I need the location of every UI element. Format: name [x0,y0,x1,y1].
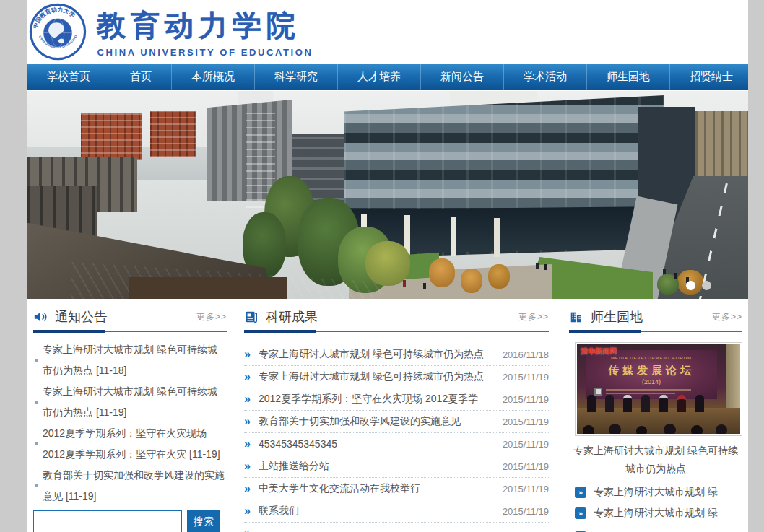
research-item-date: 2015/11/19 [503,394,549,405]
nav-item-home[interactable]: 首页 [110,64,171,90]
nav-item-research[interactable]: 科学研究 [254,64,337,90]
section-underline [33,330,227,333]
double-chevron-icon: » [244,393,259,406]
panelist-silhouette [623,395,632,412]
panelist-silhouette [677,395,686,412]
research-title: 科研成果 [266,308,318,326]
research-item[interactable]: »教育部关于切实加强和改学风建设的实施意见2015/11/19 [244,411,549,433]
nav-item-overview[interactable]: 本所概况 [171,64,254,90]
research-item-clipped[interactable]: » [244,523,549,532]
search-input[interactable] [33,510,182,532]
site-title-english: CHINA UNIVERSITY OF EDUCATION [97,47,313,58]
search-button[interactable]: 搜索 [187,510,220,532]
double-chevron-icon: » [244,348,259,361]
research-item-title: 联系我们 [259,505,497,518]
pedestrian-dot [423,283,426,289]
research-item[interactable]: »专家上海研讨大城市规划 绿色可持续城市仍为热点2016/11/18 [244,344,549,366]
main-nav: 学校首页 首页 本所概况 科学研究 人才培养 新闻公告 学术活动 师生园地 招贤… [27,64,748,90]
garden-photo-link[interactable]: MEDIA DEVELOPMENT FORUM 传媒发展论坛 (2014) [575,342,742,436]
university-logo-icon[interactable]: 中国教育动力大学 CHINA UNIVERSITY OF EDUCATION [29,3,87,61]
notices-list: 专家上海研讨大城市规划 绿色可持续城市仍为热点 [11-18] 专家上海研讨大城… [33,339,227,507]
pedestrian-dot [536,263,539,269]
site-title-chinese: 教育动力学院 [97,6,328,45]
carousel-dots [686,281,711,290]
brand: 教育动力学院 CHINA UNIVERSITY OF EDUCATION [97,6,328,58]
audience-head [691,425,703,434]
notice-text: 专家上海研讨大城市规划 绿色可持续城市仍为热点 [11-18] [43,344,217,376]
research-item[interactable]: »中美大学生文化交流活动在我校举行2015/11/19 [244,478,549,500]
underline-accent [244,330,316,333]
double-chevron-icon: » [244,415,259,428]
garden-item[interactable]: » 专家上海研讨大城市规划 绿 [569,486,742,499]
underline-accent [569,330,641,333]
research-item[interactable]: »453453453453452015/11/19 [244,433,549,455]
carousel-dot-1[interactable] [686,281,695,290]
nav-item-talent[interactable]: 人才培养 [337,64,420,90]
photo-watermark: 清华新闻网 [581,346,617,357]
research-item-date: 2015/11/19 [503,484,549,494]
notice-item[interactable]: 专家上海研讨大城市规划 绿色可持续城市仍为热点 [11-18] [33,339,227,381]
carousel-dot-2[interactable] [702,281,711,290]
research-item-title: 专家上海研讨大城市规划 绿色可持续城市仍为热点 [259,348,497,361]
notice-text: 专家上海研讨大城市规划 绿色可持续城市仍为热点 [11-19] [43,385,217,418]
research-item-date: 2016/11/18 [503,349,549,360]
notice-text: 2012夏季学期系列：坚守在火灾现场 2012夏季学期系列：坚守在火灾 [11-… [43,427,220,460]
hero-slide-campus-photo[interactable] [27,91,748,299]
research-item-title: 2012夏季学期系列：坚守在火灾现场 2012夏季学 [259,393,497,406]
garden-header: 师生园地 更多>> [569,306,742,328]
nav-item-news[interactable]: 新闻公告 [420,64,503,90]
notice-item[interactable]: 2012夏季学期系列：坚守在火灾现场 2012夏季学期系列：坚守在火灾 [11-… [33,423,227,465]
pedestrian-dot [674,273,677,279]
notice-text: 教育部关于切实加强和改学风建设的实施意见 [11-19] [43,469,225,502]
research-item-date: 2015/11/19 [503,506,549,517]
garden-photo-caption[interactable]: 专家上海研讨大城市规划 绿色可持续城市仍为热点 [569,442,742,478]
research-item-date: 2015/11/19 [503,439,549,450]
research-item-date: 2015/11/19 [503,461,549,472]
garden-item-text: 专家上海研讨大城市规划 绿 [594,486,718,499]
forum-photo: MEDIA DEVELOPMENT FORUM 传媒发展论坛 (2014) [577,344,740,434]
garden-more-link[interactable]: 更多>> [712,311,742,323]
research-item-title: 主站推送给分站 [259,460,497,473]
forum-title-zh: 传媒发展论坛 [586,364,717,378]
square-bullet-icon [35,401,38,404]
content-column: 中国教育动力大学 CHINA UNIVERSITY OF EDUCATION 教… [27,0,748,532]
research-more-link[interactable]: 更多>> [518,311,549,323]
research-item-title: 中美大学生文化交流活动在我校举行 [259,482,497,495]
notices-title: 通知公告 [55,308,107,326]
notices-more-link[interactable]: 更多>> [196,311,227,323]
research-item[interactable]: »联系我们2015/11/19 [244,500,549,523]
research-item[interactable]: »主站推送给分站2015/11/19 [244,455,549,478]
research-item-title: 教育部关于切实加强和改学风建设的实施意见 [259,415,497,428]
nav-item-academic[interactable]: 学术活动 [503,64,586,90]
forum-small-text-line [606,389,691,391]
research-item[interactable]: »专家上海研讨大城市规划 绿色可持续城市仍为热点2015/11/19 [244,366,549,388]
double-chevron-badge-icon: » [575,487,586,498]
garden-section: 师生园地 更多>> MEDIA DEVELOPMENT FORUM 传媒发展论坛… [569,306,742,532]
panelist-silhouette [587,395,596,412]
audience-head [609,424,621,434]
square-bullet-icon [35,442,38,445]
pedestrian-dot [544,264,547,270]
panelist-silhouette [659,395,668,412]
double-chevron-icon: » [244,370,259,383]
notices-section: 通知公告 更多>> 专家上海研讨大城市规划 绿色可持续城市仍为热点 [11-18… [33,306,227,532]
research-section: 科研成果 更多>> »专家上海研讨大城市规划 绿色可持续城市仍为热点2016/1… [244,306,549,532]
panelist-silhouette [695,395,704,412]
garden-title: 师生园地 [591,308,643,326]
research-item-title: 45345345345345 [259,438,497,450]
section-underline [569,330,742,333]
research-item-date: 2015/11/19 [503,417,549,427]
garden-item[interactable]: » 专家上海研讨大城市规划 绿 [569,507,742,520]
double-chevron-icon: » [244,527,259,532]
nav-item-garden[interactable]: 师生园地 [586,64,669,90]
nav-item-school-home[interactable]: 学校首页 [27,64,110,90]
research-item[interactable]: »2012夏季学期系列：坚守在火灾现场 2012夏季学2015/11/19 [244,388,549,411]
pedestrian-dot [663,269,666,274]
section-underline [244,330,549,333]
panelist-silhouette [641,395,650,412]
notice-item[interactable]: 教育部关于切实加强和改学风建设的实施意见 [11-19] [33,465,227,507]
research-list: »专家上海研讨大城市规划 绿色可持续城市仍为热点2016/11/18 »专家上海… [244,344,549,532]
notice-item[interactable]: 专家上海研讨大城市规划 绿色可持续城市仍为热点 [11-19] [33,381,227,423]
nav-item-recruit[interactable]: 招贤纳士 [669,64,752,90]
buildings-icon [569,310,583,324]
